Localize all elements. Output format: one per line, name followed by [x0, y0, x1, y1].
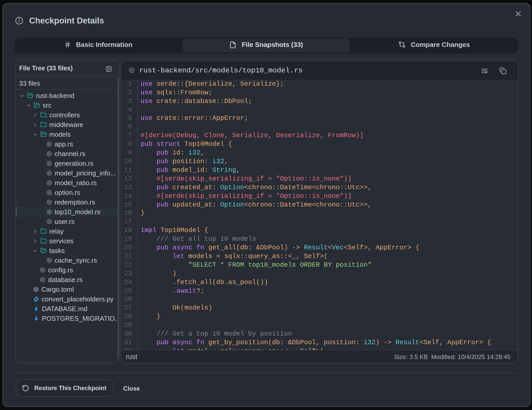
svg-text:R: R: [48, 162, 51, 165]
svg-text:R: R: [48, 210, 51, 214]
svg-text:R: R: [48, 191, 51, 194]
svg-text:R: R: [130, 68, 133, 72]
svg-text:R: R: [48, 220, 51, 223]
svg-text:R: R: [48, 142, 51, 146]
svg-text:R: R: [48, 259, 51, 262]
svg-text:R: R: [42, 268, 44, 272]
svg-text:R: R: [48, 200, 51, 204]
svg-text:R: R: [48, 152, 51, 156]
svg-text:R: R: [48, 171, 51, 175]
svg-text:R: R: [42, 278, 44, 281]
svg-text:R: R: [48, 181, 51, 185]
